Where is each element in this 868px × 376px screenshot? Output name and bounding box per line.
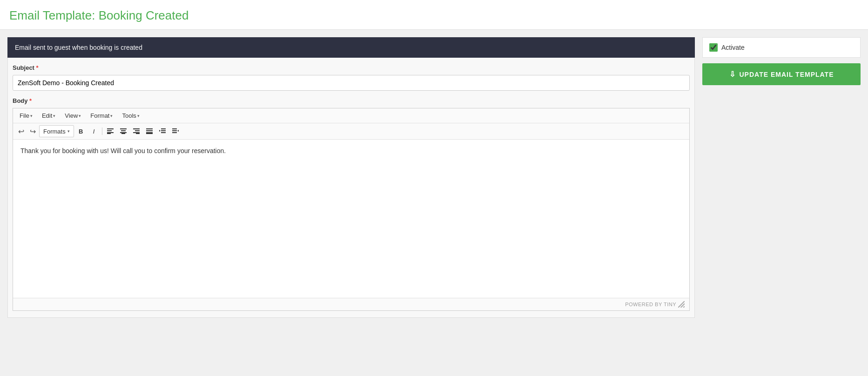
align-left-icon [107, 128, 114, 134]
right-panel: Activate ⇩ UPDATE EMAIL TEMPLATE [702, 37, 861, 369]
svg-rect-1 [107, 130, 112, 131]
svg-line-26 [683, 306, 685, 308]
svg-marker-19 [159, 130, 161, 132]
svg-rect-3 [107, 133, 111, 134]
body-field-group: Body * File ▾ Edit ▾ [13, 97, 690, 311]
svg-rect-17 [161, 130, 166, 131]
svg-rect-14 [146, 132, 153, 133]
activate-row: Activate [702, 37, 861, 58]
align-center-button[interactable] [117, 125, 129, 137]
bold-button[interactable]: B [75, 125, 87, 137]
indent-decrease-icon [159, 128, 166, 134]
svg-rect-20 [172, 128, 177, 129]
body-label: Body * [13, 97, 690, 104]
activate-checkbox[interactable] [709, 43, 718, 52]
editor-toolbar-bottom: ↩ ↪ Formats ▾ B I [13, 123, 689, 140]
tools-arrow-icon: ▾ [137, 114, 140, 118]
svg-rect-5 [121, 130, 126, 131]
svg-rect-4 [120, 128, 127, 129]
svg-rect-18 [161, 132, 166, 133]
svg-rect-11 [136, 133, 140, 134]
formats-arrow-icon: ▾ [67, 129, 70, 134]
svg-marker-23 [177, 130, 179, 132]
justify-button[interactable] [143, 125, 155, 137]
editor-body[interactable]: Thank you for booking with us! Will call… [13, 140, 689, 298]
align-center-icon [120, 128, 127, 134]
menu-edit[interactable]: Edit ▾ [38, 110, 59, 121]
svg-rect-22 [172, 132, 177, 133]
update-btn-label: UPDATE EMAIL TEMPLATE [740, 71, 834, 78]
update-email-template-button[interactable]: ⇩ UPDATE EMAIL TEMPLATE [702, 63, 861, 85]
form-section: Subject * Body * File [7, 58, 695, 318]
left-panel: Email sent to guest when booking is crea… [7, 37, 695, 369]
indent-increase-icon [172, 128, 179, 134]
toolbar-divider-1 [102, 128, 102, 135]
menu-tools[interactable]: Tools ▾ [118, 110, 143, 121]
svg-rect-12 [146, 128, 153, 129]
italic-button[interactable]: I [88, 125, 100, 137]
undo-redo-group: ↩ ↪ [16, 126, 38, 137]
align-left-button[interactable] [104, 125, 116, 137]
svg-rect-21 [172, 130, 177, 131]
activate-label: Activate [721, 44, 745, 51]
svg-rect-2 [107, 132, 114, 133]
svg-rect-13 [146, 130, 153, 131]
svg-rect-6 [120, 132, 127, 133]
subject-required-star: * [34, 64, 39, 71]
editor-container: File ▾ Edit ▾ View ▾ [13, 108, 690, 311]
section-header: Email sent to guest when booking is crea… [7, 37, 695, 58]
svg-rect-10 [133, 132, 140, 133]
svg-rect-8 [133, 128, 140, 129]
format-arrow-icon: ▾ [110, 114, 113, 118]
menu-format[interactable]: Format ▾ [87, 110, 116, 121]
indent-increase-button[interactable] [169, 125, 182, 137]
svg-rect-7 [121, 133, 125, 134]
resize-handle-icon[interactable] [678, 301, 685, 308]
subject-field-group: Subject * [13, 64, 690, 91]
align-right-button[interactable] [130, 125, 142, 137]
menu-file[interactable]: File ▾ [16, 110, 36, 121]
svg-rect-15 [146, 133, 153, 134]
indent-decrease-button[interactable] [156, 125, 168, 137]
redo-button[interactable]: ↪ [27, 126, 38, 137]
justify-icon [146, 128, 153, 134]
page-title: Email Template: Booking Created [0, 0, 868, 30]
update-btn-icon: ⇩ [729, 70, 736, 79]
undo-button[interactable]: ↩ [16, 126, 27, 137]
align-right-icon [133, 128, 140, 134]
body-required-star: * [28, 97, 32, 104]
subject-label: Subject * [13, 64, 690, 71]
editor-toolbar-top: File ▾ Edit ▾ View ▾ [13, 108, 689, 123]
file-arrow-icon: ▾ [30, 114, 33, 118]
svg-rect-9 [135, 130, 140, 131]
svg-rect-0 [107, 128, 114, 129]
formats-dropdown[interactable]: Formats ▾ [39, 125, 74, 137]
editor-footer: POWERED BY TINY [13, 298, 689, 310]
view-arrow-icon: ▾ [79, 114, 81, 118]
subject-input[interactable] [13, 75, 690, 91]
svg-rect-16 [161, 128, 166, 129]
formats-label: Formats [43, 128, 66, 135]
menu-view[interactable]: View ▾ [61, 110, 85, 121]
powered-by-label: POWERED BY TINY [625, 302, 676, 307]
edit-arrow-icon: ▾ [53, 114, 55, 118]
